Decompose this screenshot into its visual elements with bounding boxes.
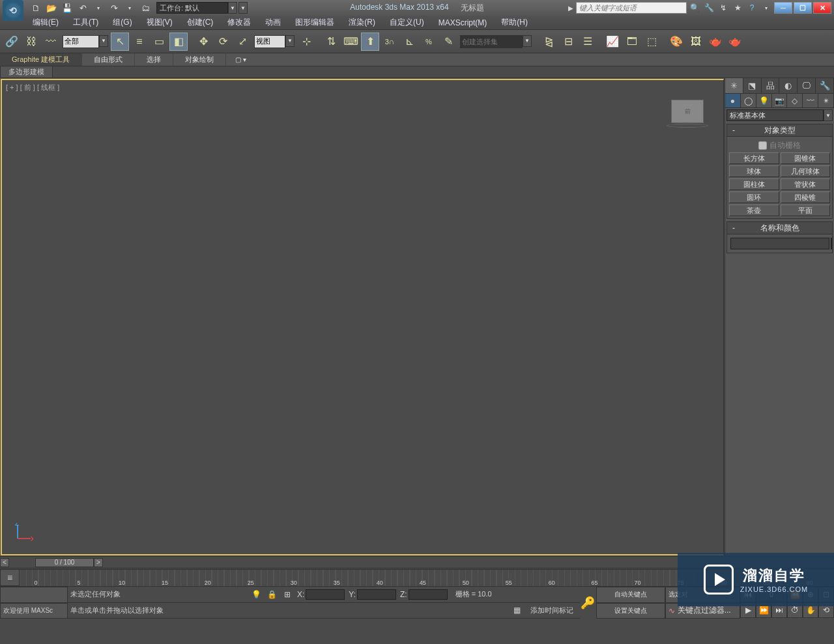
filter-field[interactable] [63,35,99,48]
workspace-dropdown[interactable]: ▼ ▼ [156,2,248,14]
render-setup-icon[interactable]: 🎨 [667,33,685,51]
render-icon[interactable]: 🫖 [706,33,725,51]
menu-views[interactable]: 视图(V) [140,16,179,29]
open-icon[interactable]: 📂 [44,1,59,14]
window-crossing-icon[interactable]: ◧ [169,33,188,51]
search-icon[interactable]: 🔍 [688,1,701,14]
menu-rendering[interactable]: 渲染(R) [342,16,382,29]
ref-coord-dropdown[interactable]: ▼ [254,35,295,48]
autogrid-checkbox[interactable]: 自动栅格 [729,139,830,152]
selset-field[interactable] [460,35,523,48]
pivot-center-icon[interactable]: ⊹ [297,33,315,51]
schematic-view-icon[interactable]: 🗔 [623,33,641,51]
comm-center-icon[interactable]: 🔧 [702,1,715,14]
menu-graph-editors[interactable]: 图形编辑器 [289,16,341,29]
rollout-header[interactable]: - 对象类型 [727,124,832,137]
btn-pyramid[interactable]: 四棱锥 [781,191,831,203]
selection-filter-dropdown[interactable]: ▼ [63,35,108,48]
menu-customize[interactable]: 自定义(U) [383,16,431,29]
chevron-down-icon[interactable]: ▼ [824,109,833,121]
sub-cameras-icon[interactable]: 📷 [772,94,788,107]
chevron-down-icon[interactable]: ▼ [285,35,295,47]
bind-spacewarp-icon[interactable]: 〰 [42,33,60,51]
auto-key-button[interactable]: 自动关键点 [596,587,665,603]
manipulate-icon[interactable]: ⇅ [322,33,340,51]
x-input[interactable] [306,589,345,600]
next-frame-button[interactable]: > [94,558,103,567]
angle-snap-icon[interactable]: 3∩ [381,33,399,51]
refcoord-field[interactable] [254,35,285,48]
named-selset-dropdown[interactable]: ▼ [460,35,532,48]
btn-tube[interactable]: 管状体 [781,178,831,190]
chevron-down-icon[interactable]: ▼ [238,2,248,14]
chevron-down-icon[interactable]: ▼ [99,35,108,47]
tab-hierarchy-icon[interactable]: 品 [762,78,780,93]
material-editor-icon[interactable]: ⬚ [642,33,661,51]
sub-lights-icon[interactable]: 💡 [756,94,772,107]
align-icon[interactable]: ⊟ [559,33,577,51]
move-icon[interactable]: ✥ [194,33,212,51]
sub-systems-icon[interactable]: ✴ [818,94,834,107]
menu-group[interactable]: 组(G) [106,16,138,29]
sub-shapes-icon[interactable]: ◯ [741,94,756,107]
project-icon[interactable]: 🗂 [138,1,152,14]
btn-geosphere[interactable]: 几何球体 [781,165,831,177]
chevron-down-icon[interactable]: ▾ [760,1,773,14]
btn-cone[interactable]: 圆锥体 [781,152,831,164]
close-button[interactable]: ✕ [813,2,831,14]
render-frame-icon[interactable]: 🖼 [687,33,705,51]
select-by-name-icon[interactable]: ≡ [130,33,149,51]
minimize-button[interactable]: ─ [774,2,792,14]
btn-plane[interactable]: 平面 [781,204,831,216]
tab-graphite[interactable]: Graphite 建模工具 [0,53,82,66]
tab-freeform[interactable]: 自由形式 [82,53,135,66]
mirror-icon[interactable]: ⧎ [539,33,558,51]
workspace-field[interactable] [156,2,228,14]
btn-torus[interactable]: 圆环 [729,191,779,203]
abs-rel-icon[interactable]: ⊞ [281,589,293,600]
menu-edit[interactable]: 编辑(E) [26,16,65,29]
spinner-snap-icon[interactable]: % [420,33,438,51]
layers-icon[interactable]: ☰ [579,33,597,51]
time-slider-handle[interactable]: 0 / 100 [35,558,94,567]
tab-display-icon[interactable]: 🖵 [798,78,816,93]
curve-editor-icon[interactable]: 📈 [603,33,622,51]
set-key-button[interactable]: 设置关键点 [596,603,665,619]
viewport-front[interactable]: [ + ] [ 前 ] [ 线框 ] 前 z x [1,79,724,555]
mini-curve-editor-icon[interactable]: ≡ [0,569,20,586]
geometry-category-dropdown[interactable]: ▼ [726,109,833,121]
select-object-icon[interactable]: ↖ [111,33,129,51]
tab-selection[interactable]: 选择 [135,53,173,66]
prev-frame-button[interactable]: < [0,558,9,567]
rollout-header[interactable]: - 名称和颜色 [727,222,832,234]
menu-maxscript[interactable]: MAXScript(M) [432,17,494,29]
tab-create-icon[interactable]: ✳ [725,78,743,93]
btn-sphere[interactable]: 球体 [729,165,779,177]
link-icon[interactable]: 🔗 [3,33,21,51]
isolate-icon[interactable]: 💡 [250,589,262,600]
undo-dd-icon[interactable]: ▾ [91,1,106,14]
sub-helpers-icon[interactable]: ◇ [787,94,803,107]
save-icon[interactable]: 💾 [60,1,74,14]
scale-icon[interactable]: ⤢ [233,33,252,51]
tab-modify-icon[interactable]: ⬔ [743,78,762,93]
viewcube[interactable]: 前 [671,100,704,123]
category-field[interactable] [726,109,824,121]
menu-modifiers[interactable]: 修改器 [221,16,257,29]
edit-named-sel-icon[interactable]: ✎ [439,33,457,51]
snap-toggle-icon[interactable]: ⬆ [361,33,379,51]
autogrid-check[interactable] [758,141,767,150]
lock-icon[interactable]: 🔒 [266,589,278,600]
tab-object-paint[interactable]: 对象绘制 [173,53,226,66]
y-input[interactable] [357,589,396,600]
viewport-label[interactable]: [ + ] [ 前 ] [ 线框 ] [6,83,59,92]
btn-teapot[interactable]: 茶壶 [729,204,779,216]
rect-region-icon[interactable]: ▭ [150,33,168,51]
add-time-tag[interactable]: 添加时间标记 [526,606,577,615]
sub-geometry-icon[interactable]: ● [725,94,741,107]
color-swatch[interactable] [831,238,832,249]
exchange-icon[interactable]: ↯ [717,1,730,14]
help-icon[interactable]: ? [745,1,758,14]
redo-icon[interactable]: ↷ [107,1,121,14]
menu-animation[interactable]: 动画 [259,16,287,29]
